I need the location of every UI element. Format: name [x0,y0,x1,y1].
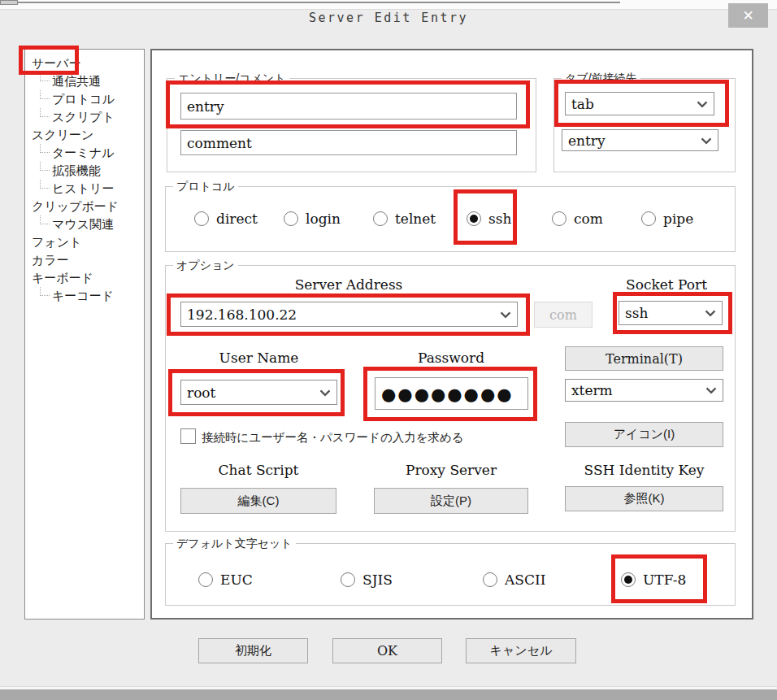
sidebar-item-keycode[interactable]: キーコード [25,287,144,305]
radio-icon [552,211,566,226]
radio-login[interactable]: login [284,211,341,227]
radio-label: telnet [395,211,436,227]
radio-telnet[interactable]: telnet [373,211,436,227]
tab-select[interactable]: tab [565,92,714,115]
comment-input[interactable]: comment [180,130,517,155]
sidebar-item-label: ターミナル [52,146,114,159]
sidebar-item-label: 通信共通 [52,74,101,88]
com-settings-button: com [534,302,593,328]
terminal-type-select[interactable]: xterm [565,379,723,402]
close-button[interactable]: ✕ [728,3,768,28]
radio-label: SJIS [362,572,393,588]
entry-name-value: entry [187,98,224,115]
entry-comment-group-label: エントリー/コメント [175,72,289,86]
browse-button-label: 参照(K) [624,491,665,507]
radio-label: com [574,211,603,227]
chat-script-edit-button[interactable]: 編集(C) [180,488,336,514]
sidebar-item-history[interactable]: ヒストリー [25,180,144,198]
pre-connection-entry-value: entry [568,133,606,149]
tree-connector [40,144,50,153]
sidebar-item-label: プロトコル [52,92,115,106]
radio-label: ssh [488,211,511,227]
entry-name-input[interactable]: entry [180,93,517,120]
chevron-down-icon [701,137,712,144]
sidebar-item-extensions[interactable]: 拡張機能 [25,162,144,180]
terminal-type-value: xterm [571,382,613,398]
ok-button[interactable]: OK [332,638,442,663]
tree-connector [40,90,50,99]
sidebar-item-comm-common[interactable]: 通信共通 [25,72,144,90]
password-input[interactable]: ●●●●●●●● [375,377,528,410]
sidebar-item-label: フォント [32,235,81,249]
tree-connector [40,162,50,171]
sidebar-item-protocol[interactable]: プロトコル [25,90,144,108]
user-name-label: User Name [180,350,337,366]
radio-ssh[interactable]: ssh [467,211,511,227]
sidebar-item-label: マウス関連 [52,217,114,231]
background-window-edge [0,2,620,3]
sidebar-item-server[interactable]: サーバー [25,54,144,72]
socket-port-value: ssh [625,305,648,321]
pre-connection-entry-select[interactable]: entry [562,129,718,151]
ssh-key-browse-button[interactable]: 参照(K) [565,486,723,511]
sidebar-item-keyboard[interactable]: キーボード [25,269,144,287]
radio-label: direct [216,211,258,227]
prompt-credentials-checkbox[interactable] [180,428,196,444]
sidebar-item-label: ヒストリー [52,181,114,195]
chevron-down-icon [697,100,708,107]
radio-ascii[interactable]: ASCII [483,572,545,588]
options-group-label: オプション [173,259,238,273]
comment-value: comment [187,135,252,151]
radio-icon-checked [467,211,481,226]
radio-icon [641,211,656,226]
reset-button[interactable]: 初期化 [198,638,308,663]
radio-icon [373,211,388,226]
sidebar-item-clipboard[interactable]: クリップボード [25,198,144,215]
radio-icon [194,211,209,226]
tree-connector [40,180,50,189]
tree-connector [40,287,50,296]
password-label: Password [374,350,528,366]
radio-direct[interactable]: direct [194,211,258,227]
icon-button-label: アイコン(I) [614,427,675,442]
server-address-label: Server Address [180,276,517,293]
chevron-down-icon [500,311,511,318]
socket-port-select[interactable]: ssh [619,301,723,325]
radio-euc[interactable]: EUC [198,572,253,588]
chevron-down-icon [705,310,716,317]
terminal-button[interactable]: Terminal(T) [565,346,723,371]
radio-label: EUC [220,572,253,588]
user-name-value: root [187,385,215,401]
com-button-label: com [549,307,577,323]
radio-utf8[interactable]: UTF-8 [621,572,686,588]
settings-button-label: 設定(P) [431,493,471,509]
chat-script-label: Chat Script [180,462,336,478]
prompt-credentials-label: 接続時にユーザー名・パスワードの入力を求める [202,430,464,446]
server-edit-entry-dialog: Server Edit Entry ✕ サーバー 通信共通 プロトコル スクリプ… [0,0,777,700]
tree-connector [40,72,50,81]
radio-label: login [306,211,341,227]
cancel-button[interactable]: キャンセル [466,638,576,663]
ssh-identity-key-label: SSH Identity Key [565,462,723,478]
user-name-select[interactable]: root [180,380,337,405]
server-address-select[interactable]: 192.168.100.22 [180,302,518,327]
sidebar-item-font[interactable]: フォント [25,233,144,251]
icon-button[interactable]: アイコン(I) [565,422,723,447]
chevron-down-icon [705,387,717,394]
sidebar-item-label: クリップボード [32,199,119,213]
sidebar-item-terminal[interactable]: ターミナル [25,144,144,162]
sidebar-item-script[interactable]: スクリプト [25,108,144,126]
sidebar-item-color[interactable]: カラー [25,251,144,269]
sidebar-item-screen[interactable]: スクリーン [25,126,144,144]
tree-connector [40,215,50,224]
proxy-settings-button[interactable]: 設定(P) [374,488,528,514]
sidebar-item-label: スクリプト [52,110,115,124]
radio-pipe[interactable]: pipe [641,211,693,227]
radio-com[interactable]: com [552,211,603,227]
server-address-value: 192.168.100.22 [187,307,297,323]
sidebar-item-label: カラー [32,253,69,267]
sidebar-item-mouse[interactable]: マウス関連 [25,215,144,233]
default-charset-group-label: デフォルト文字セット [173,537,296,551]
radio-icon [284,211,298,226]
radio-sjis[interactable]: SJIS [341,572,393,588]
